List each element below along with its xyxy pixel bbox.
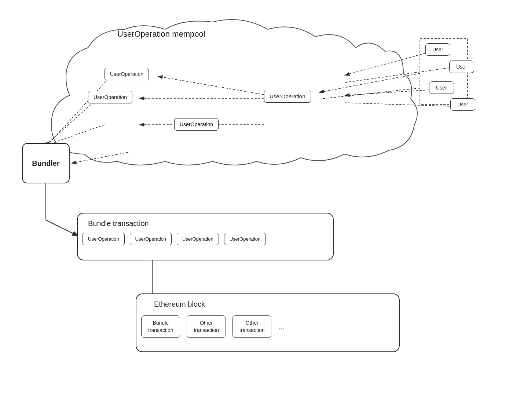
user-box-2: User (449, 61, 474, 73)
svg-line-20 (319, 88, 420, 99)
ethereum-block-label: Ethereum block (154, 300, 205, 308)
diagram-svg (0, 0, 520, 420)
bundle-op-3: UserOperation (177, 233, 219, 245)
bundler-box: Bundler (22, 143, 70, 183)
ethereum-block-ops: Bundletransaction Othertransaction Other… (141, 315, 285, 338)
bundle-op-2: UserOperation (130, 233, 172, 245)
svg-line-2 (345, 68, 449, 83)
svg-line-16 (46, 220, 79, 236)
eth-op-other-1: Othertransaction (187, 315, 226, 338)
ellipsis: ... (278, 322, 285, 332)
bundle-op-4: UserOperation (224, 233, 266, 245)
svg-line-1 (345, 90, 429, 95)
eth-op-bundle: Bundletransaction (141, 315, 180, 338)
svg-line-0 (345, 53, 425, 75)
svg-line-3 (345, 103, 453, 106)
user-op-center-right: UserOperation (264, 90, 311, 103)
bundle-transaction-label: Bundle transaction (88, 219, 149, 228)
mempool-label: UserOperation mempool (117, 29, 205, 39)
user-box-4: User (450, 98, 475, 111)
diagram-container: UserOperation mempool UserOperation User… (0, 0, 520, 420)
bundle-transaction-ops: UserOperation UserOperation UserOperatio… (83, 233, 266, 245)
svg-line-14 (72, 152, 128, 163)
user-box-1: User (425, 43, 450, 56)
user-op-1: UserOperation (105, 68, 149, 80)
bundle-op-1: UserOperation (83, 233, 125, 245)
user-op-2: UserOperation (88, 91, 132, 103)
user-box-3: User (429, 81, 454, 94)
eth-op-other-2: Othertransaction (232, 315, 271, 338)
user-op-3: UserOperation (174, 118, 219, 131)
svg-line-12 (44, 97, 99, 147)
svg-line-8 (158, 76, 264, 95)
svg-line-19 (319, 73, 420, 92)
svg-line-11 (46, 79, 108, 147)
